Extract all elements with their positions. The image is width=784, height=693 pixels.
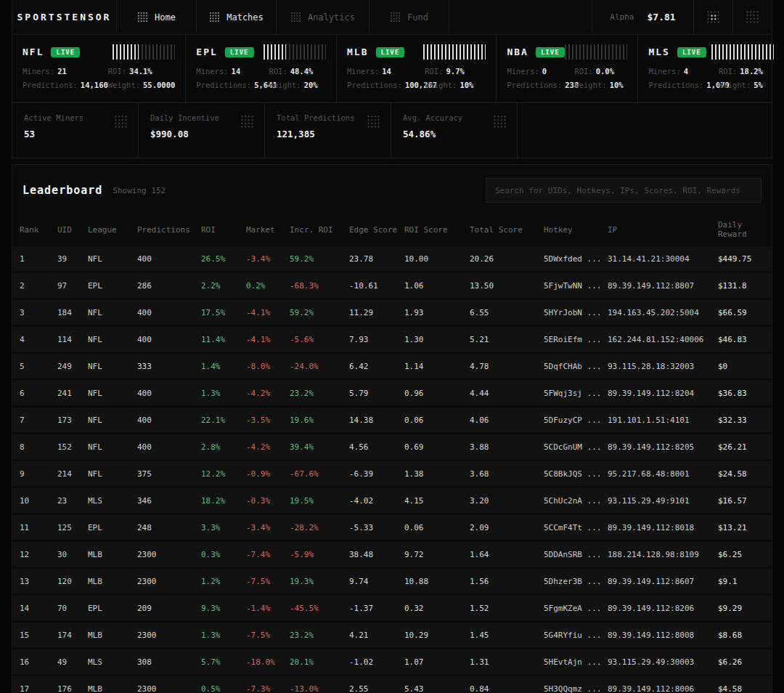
weight-label: Weight:	[269, 81, 301, 89]
table-row[interactable]: 139NFL40026.5%-3.4%59.2%23.7810.0020.265…	[12, 246, 772, 271]
cell-edge_score: -6.39	[349, 469, 404, 479]
search-input[interactable]	[486, 178, 761, 203]
nav-item-analytics[interactable]: Analytics	[277, 0, 369, 34]
leaderboard-title: Leaderboard	[23, 184, 102, 197]
card-league: MLSLIVE	[648, 46, 706, 57]
cell-uid: 214	[57, 469, 88, 479]
cell-ip: 89.39.149.112:8008	[608, 631, 718, 640]
table-row[interactable]: 7173NFL40022.1%-3.5%19.6%14.380.064.065D…	[12, 408, 772, 432]
cell-roi_score: 5.43	[404, 684, 470, 693]
card-top: NBALIVE	[507, 44, 627, 60]
cell-incr_roi: 20.1%	[290, 657, 349, 667]
cell-reward: $46.83	[718, 335, 772, 344]
cell-rank: 8	[20, 442, 57, 452]
predictions-label: Predictions:	[648, 81, 703, 89]
live-badge: LIVE	[376, 47, 405, 57]
cell-rank: 14	[20, 604, 57, 613]
cell-reward: $13.21	[718, 523, 772, 532]
cell-rank: 9	[20, 469, 57, 479]
cell-market: -4.1%	[246, 335, 290, 344]
cell-predictions: 2300	[137, 684, 201, 693]
weight-meter	[423, 44, 486, 60]
cell-predictions: 209	[137, 604, 201, 613]
cell-rank: 16	[20, 657, 57, 667]
live-badge: LIVE	[225, 47, 254, 57]
cell-roi_score: 0.06	[404, 416, 470, 425]
roi-stat: ROI:34.1%	[108, 67, 176, 76]
table-row[interactable]: 9214NFL37512.2%-0.9%-67.6%-6.391.383.685…	[12, 461, 772, 486]
miners-label: Miners:	[347, 67, 379, 76]
card-stats: Miners:14ROI:9.7%Predictions:100,267Weig…	[347, 67, 486, 89]
table-row[interactable]: 13120MLB23001.2%-7.5%19.3%9.7410.881.565…	[12, 569, 772, 593]
league-card-epl: EPLLIVEMiners:14ROI:48.4%Predictions:5,6…	[186, 35, 337, 102]
nav-item-home[interactable]: Home	[117, 0, 197, 34]
card-stats: Miners:4ROI:18.2%Predictions:1,079Weight…	[648, 67, 773, 89]
cell-total_score: 4.78	[470, 362, 544, 371]
weight-value: 10%	[610, 81, 624, 89]
table-row[interactable]: 17176MLB23000.5%-7.3%-13.0%2.555.430.845…	[12, 676, 772, 693]
nav-item-matches[interactable]: Matches	[197, 0, 277, 34]
cell-league: MLB	[88, 577, 137, 586]
table-row[interactable]: 5249NFL3331.4%-8.0%-24.0%6.421.144.785Dq…	[12, 354, 772, 378]
cell-league: NFL	[88, 254, 137, 264]
cell-uid: 173	[57, 416, 88, 425]
weight-stat: Weight:55.0000	[108, 81, 176, 89]
table-row[interactable]: 1649MLS3085.7%-18.0%20.1%-1.021.071.315H…	[12, 649, 772, 674]
nav-items: HomeMatchesAnalyticsFund	[117, 0, 449, 34]
cell-incr_roi: -5.6%	[290, 335, 349, 344]
cell-incr_roi: -67.6%	[290, 469, 349, 479]
nav-item-fund[interactable]: Fund	[369, 0, 449, 34]
table-row[interactable]: 4114NFL40011.4%-4.1%-5.6%7.931.305.215ER…	[12, 327, 772, 352]
cell-total_score: 20.26	[470, 254, 544, 264]
cell-roi_score: 1.07	[404, 657, 470, 667]
card-league: EPLLIVE	[196, 46, 253, 57]
cell-reward: $8.68	[718, 631, 772, 640]
cell-predictions: 346	[137, 496, 201, 506]
cell-roi: 1.3%	[201, 631, 246, 640]
cell-uid: 39	[57, 254, 88, 264]
cell-hotkey: 5FWqj3sj ...	[544, 389, 608, 398]
grid-outline-icon-button[interactable]	[732, 0, 772, 34]
column-header-market: Market	[246, 225, 290, 235]
cell-reward: $24.58	[718, 469, 772, 479]
cell-league: NFL	[88, 416, 137, 425]
grid-filled-icon-button[interactable]	[693, 0, 732, 34]
cell-market: -4.2%	[246, 442, 290, 452]
stat-daily-incentive: Daily Incentive$990.08	[139, 103, 265, 158]
table-row[interactable]: 297EPL2862.2%0.2%-68.3%-10.611.0613.505F…	[12, 273, 772, 298]
nav-item-label: Fund	[407, 12, 428, 23]
table-row[interactable]: 1470EPL2099.3%-1.4%-45.5%-1.370.321.525F…	[12, 596, 772, 620]
table-row[interactable]: 8152NFL4002.8%-4.2%39.4%4.560.693.885CDc…	[12, 434, 772, 459]
table-row[interactable]: 3184NFL40017.5%-4.1%59.2%11.291.936.555H…	[12, 300, 772, 325]
league-card-nfl: NFLLIVEMiners:21ROI:34.1%Predictions:14,…	[12, 35, 186, 102]
miners-label: Miners:	[648, 67, 680, 76]
stat-value: 121,385	[277, 129, 379, 139]
column-header-edge-score: Edge Score	[349, 225, 404, 235]
league-card-nba: NBALIVEMiners:0ROI:0.0%Predictions:238We…	[497, 35, 638, 102]
cell-roi_score: 1.93	[404, 308, 470, 317]
cell-league: EPL	[88, 281, 137, 291]
roi-label: ROI:	[425, 67, 443, 76]
cell-predictions: 2300	[137, 550, 201, 559]
cell-roi_score: 0.32	[404, 604, 470, 613]
table-row[interactable]: 1023MLS34618.2%-0.3%19.5%-4.024.153.205C…	[12, 488, 772, 513]
cell-rank: 3	[20, 308, 57, 317]
cell-rank: 15	[20, 631, 57, 640]
cell-rank: 6	[20, 389, 57, 398]
cell-uid: 174	[57, 631, 88, 640]
cell-roi_score: 0.96	[404, 389, 470, 398]
stat-active-miners: Active Miners53	[12, 103, 139, 158]
cell-total_score: 6.55	[470, 308, 544, 317]
table-row[interactable]: 15174MLB23001.3%-7.5%23.2%4.2110.291.455…	[12, 623, 772, 647]
cell-edge_score: -1.02	[349, 657, 404, 667]
cell-uid: 30	[57, 550, 88, 559]
table-row[interactable]: 6241NFL4001.3%-4.2%23.2%5.790.964.445FWq…	[12, 381, 772, 405]
stat-label: Total Predictions	[277, 113, 379, 122]
table-row[interactable]: 11125EPL2483.3%-3.4%-28.2%-5.330.062.095…	[12, 515, 772, 540]
cell-predictions: 400	[137, 442, 201, 452]
cell-edge_score: -1.37	[349, 604, 404, 613]
table-row[interactable]: 1230MLB23000.3%-7.4%-5.9%38.489.721.645D…	[12, 542, 772, 567]
league-card-mlb: MLBLIVEMiners:14ROI:9.7%Predictions:100,…	[337, 35, 497, 102]
predictions-label: Predictions:	[507, 81, 562, 89]
cell-roi: 22.1%	[201, 416, 246, 425]
